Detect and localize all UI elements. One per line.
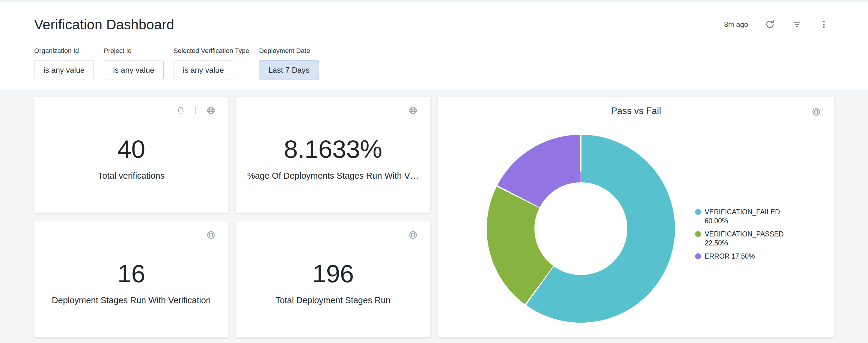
stat-label: Total Deployment Stages Run: [236, 296, 430, 305]
legend-label: VERIFICATION_PASSED: [705, 230, 784, 238]
legend-percent: 17.50%: [731, 252, 755, 260]
refresh-icon: [765, 19, 775, 30]
dashboard-header: Verification Dashboard 8m ago: [0, 2, 868, 90]
tile-menu-button[interactable]: [191, 106, 200, 116]
tile-globe-button[interactable]: [811, 107, 821, 117]
tile-pct-stages-with-verification: 8.1633% %age Of Deployments Stages Run W…: [236, 97, 430, 213]
filter-bar: Organization Id is any value Project Id …: [34, 47, 829, 80]
kebab-icon: [819, 19, 829, 30]
globe-icon: [408, 230, 418, 241]
stat-label: %age Of Deployments Stages Run With V…: [236, 171, 430, 181]
tile-stages-with-verification: 16 Deployment Stages Run With Verificati…: [34, 221, 228, 337]
tile-globe-button[interactable]: [408, 230, 418, 241]
legend-color-dot: [695, 253, 701, 259]
chart-legend: VERIFICATION_FAILED 60.00% VERIFICATION_…: [695, 207, 795, 261]
top-strip: [0, 0, 868, 2]
kebab-icon: [191, 106, 200, 116]
chart-title: Pass vs Fail: [438, 106, 834, 116]
legend-label: VERIFICATION_FAILED: [705, 208, 780, 216]
globe-icon: [408, 106, 418, 116]
tile-globe-button[interactable]: [408, 106, 418, 116]
tile-total-verifications: 40 Total verifications: [34, 97, 228, 213]
legend-label: ERROR: [705, 252, 730, 260]
last-refresh-time: 8m ago: [724, 20, 748, 29]
header-actions: 8m ago: [724, 19, 829, 30]
legend-item-error[interactable]: ERROR 17.50%: [695, 252, 795, 261]
header-menu-button[interactable]: [819, 19, 829, 30]
stat-value: 196: [236, 259, 430, 288]
stat-label: Total verifications: [34, 171, 228, 181]
refresh-button[interactable]: [765, 19, 775, 30]
tile-globe-button[interactable]: [206, 106, 216, 116]
filter-organization-id-value[interactable]: is any value: [34, 60, 94, 80]
filter-label: Project Id: [104, 47, 131, 55]
tile-total-stages-run: 196 Total Deployment Stages Run: [236, 221, 430, 337]
filter-verification-type: Selected Verification Type is any value: [174, 47, 249, 80]
stat-label: Deployment Stages Run With Verification: [34, 296, 228, 305]
filter-label: Organization Id: [34, 47, 79, 55]
filter-icon: [792, 19, 802, 30]
legend-item-verification-failed[interactable]: VERIFICATION_FAILED 60.00%: [695, 207, 795, 226]
filter-button[interactable]: [792, 19, 802, 30]
globe-icon: [811, 107, 821, 117]
globe-icon: [206, 230, 216, 241]
legend-item-verification-passed[interactable]: VERIFICATION_PASSED 22.50%: [695, 230, 795, 247]
filter-deployment-date-value[interactable]: Last 7 Days: [259, 60, 319, 80]
legend-percent: 60.00%: [705, 217, 728, 225]
filter-label: Deployment Date: [259, 47, 310, 55]
globe-icon: [206, 106, 216, 116]
filter-verification-type-value[interactable]: is any value: [174, 60, 233, 80]
filter-deployment-date: Deployment Date Last 7 Days: [259, 47, 319, 80]
filter-label: Selected Verification Type: [174, 47, 249, 55]
bell-icon: [176, 106, 185, 116]
page-title: Verification Dashboard: [34, 16, 174, 33]
stat-value: 16: [34, 259, 228, 288]
tile-globe-button[interactable]: [206, 230, 216, 241]
dashboard-content: 40 Total verifications 8.1633% %age Of D…: [0, 90, 868, 343]
filter-project-id: Project Id is any value: [104, 47, 163, 80]
alert-bell-button[interactable]: [176, 106, 185, 116]
filter-organization-id: Organization Id is any value: [34, 47, 94, 80]
tile-pass-vs-fail: Pass vs Fail VERIFICATION_FAIL: [438, 97, 834, 337]
stat-value: 8.1633%: [236, 135, 430, 164]
legend-color-dot: [695, 209, 701, 215]
pass-fail-donut[interactable]: [487, 135, 675, 323]
filter-project-id-value[interactable]: is any value: [104, 60, 163, 80]
legend-color-dot: [695, 231, 701, 237]
stat-value: 40: [34, 135, 228, 164]
legend-percent: 22.50%: [705, 239, 728, 247]
donut-hole: [534, 182, 627, 275]
